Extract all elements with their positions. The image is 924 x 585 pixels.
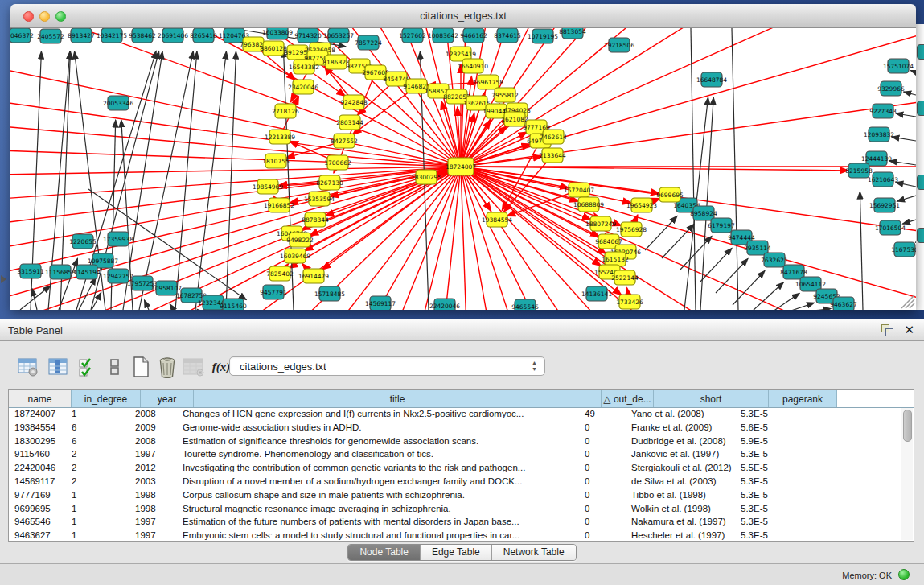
graph-node[interactable]: 8427552 [331, 134, 358, 148]
graph-node[interactable]: 1733426 [616, 295, 643, 309]
table-row[interactable]: 1872400712008Changes of HCN gene express… [9, 408, 914, 422]
column-header-year[interactable]: year [141, 390, 194, 407]
row-height-icon[interactable] [103, 355, 127, 379]
graph-node[interactable]: 8913427 [68, 28, 95, 43]
graph-node[interactable]: 15751074 [883, 59, 914, 73]
table-settings-icon[interactable] [16, 355, 40, 379]
graph-node[interactable]: 17016504 [875, 220, 906, 235]
column-header-in_degree[interactable]: in_degree [72, 390, 141, 407]
new-table-icon[interactable] [129, 355, 153, 379]
tab-node-table[interactable]: Node Table [348, 545, 421, 560]
table-header-row[interactable]: namein_degreeyeartitle△ out_de...shortpa… [9, 390, 914, 408]
column-visibility-icon[interactable] [47, 355, 71, 379]
graph-node[interactable]: 7825402 [266, 266, 294, 281]
table-row[interactable]: 946362711997Embryonic stem cells: a mode… [9, 529, 914, 542]
graph-node[interactable]: 8267130 [316, 175, 343, 190]
table-row[interactable]: 1830029562008Estimation of significance … [9, 435, 914, 449]
graph-node[interactable]: 9463627 [830, 297, 857, 310]
column-header-name[interactable]: name [9, 390, 72, 407]
graph-node[interactable]: 9329966 [877, 81, 905, 96]
scrollbar-thumb[interactable] [903, 410, 912, 442]
tab-edge-table[interactable]: Edge Table [421, 545, 492, 560]
graph-node[interactable]: 15718485 [314, 286, 345, 301]
graph-node[interactable]: 19384554 [482, 212, 512, 227]
graph-node[interactable]: 10083642 [428, 28, 458, 43]
graph-node[interactable]: 1167530 [891, 242, 916, 257]
table-vertical-scrollbar[interactable] [901, 408, 913, 540]
table-row[interactable]: 1938455462009Genome-wide association stu… [9, 422, 914, 435]
graph-node[interactable]: 14136141 [581, 286, 612, 301]
table-row[interactable]: 1456911722003Disruption of a novel membe… [9, 476, 914, 489]
memory-status-indicator-icon[interactable] [898, 569, 910, 580]
column-header-out_de[interactable]: △ out_de... [602, 390, 654, 407]
graph-node[interactable]: 2718126 [272, 104, 299, 118]
graph-node[interactable]: 9457791 [260, 285, 287, 299]
graph-node[interactable]: 19854969 [253, 179, 283, 194]
graph-node[interactable]: 10688809 [573, 197, 604, 212]
graph-node[interactable]: 1810755 [262, 154, 290, 168]
table-row[interactable]: 911546021997Tourette syndrome. Phenomeno… [9, 448, 914, 462]
table-row[interactable]: 946554611997Estimation of the future num… [9, 516, 914, 529]
column-header-short[interactable]: short [654, 390, 769, 407]
graph-node[interactable]: 6179197 [708, 218, 735, 233]
graph-node[interactable]: 19218506 [604, 38, 634, 52]
graph-node[interactable]: 16640910 [458, 59, 488, 73]
graph-node[interactable]: 15692951 [869, 198, 900, 212]
graph-node[interactable]: 9465546 [511, 299, 539, 310]
graph-node[interactable]: 9227343 [869, 104, 897, 118]
graph-node[interactable]: 16039469 [280, 249, 310, 263]
graph-node[interactable]: 20691406 [158, 28, 188, 43]
graph-node[interactable]: 23420046 [288, 80, 318, 94]
graph-node[interactable]: 9498222 [286, 233, 314, 247]
network-window-titlebar[interactable]: citations_edges.txt [10, 4, 916, 28]
table-row[interactable]: 2242004622012Investigating the contribut… [9, 462, 914, 476]
graph-node[interactable]: 9714320 [294, 28, 322, 43]
graph-node[interactable]: 8878344 [302, 212, 329, 227]
column-header-title[interactable]: title [194, 390, 602, 407]
table-row[interactable]: 969969511998Structural magnetic resonanc… [9, 503, 914, 517]
graph-node[interactable]: 16210643 [868, 172, 898, 187]
graph-node[interactable]: 1615132 [602, 252, 629, 266]
graph-node[interactable]: 22420046 [429, 299, 460, 310]
graph-node[interactable]: 1220655 [69, 234, 97, 249]
graph-node[interactable]: 1527602 [399, 28, 426, 43]
graph-node[interactable]: 16648784 [696, 72, 727, 87]
graph-node[interactable]: 20053346 [103, 96, 133, 110]
graph-node[interactable]: 10719195 [528, 29, 558, 43]
graph-node[interactable]: 16914479 [298, 269, 329, 283]
graph-node[interactable]: 8860128 [260, 41, 287, 56]
graph-node[interactable]: 8215958 [845, 163, 873, 178]
graph-node[interactable]: 7632621 [761, 253, 788, 267]
graph-node[interactable]: 2405572 [37, 29, 64, 43]
network-selector-dropdown[interactable]: citations_edges.txt ▲▼ [229, 356, 545, 376]
graph-node[interactable]: 9466162 [460, 28, 487, 43]
graph-node[interactable]: 7462614 [540, 130, 567, 144]
delete-table-icon[interactable] [155, 355, 179, 379]
graph-node[interactable]: 19756928 [616, 222, 647, 237]
close-panel-icon[interactable]: ✕ [904, 323, 914, 337]
network-canvas[interactable]: 9046372240557289134271034217595384622069… [10, 28, 916, 310]
graph-node[interactable]: 3315911 [17, 264, 44, 278]
graph-node[interactable]: 2133644 [539, 148, 566, 163]
panel-collapse-arrow-icon[interactable] [1, 275, 6, 283]
graph-node[interactable]: 9046372 [10, 28, 34, 43]
graph-node[interactable]: 1145194 [73, 265, 101, 279]
graph-node[interactable]: 9538462 [129, 28, 156, 43]
graph-node[interactable]: 18724007 [446, 158, 476, 175]
graph-node[interactable]: 7857224 [355, 35, 382, 50]
column-header-pagerank[interactable]: pagerank [769, 390, 837, 407]
window-resize-grip[interactable] [901, 295, 914, 308]
graph-node[interactable]: 9242848 [340, 95, 368, 109]
select-rows-icon[interactable] [76, 355, 100, 379]
graph-node[interactable]: 8374615 [494, 28, 521, 43]
tab-network-table[interactable]: Network Table [492, 545, 576, 560]
graph-node[interactable]: 12093832 [864, 127, 894, 142]
graph-node[interactable]: 2522144 [611, 270, 639, 285]
graph-node[interactable]: 1700662 [324, 155, 351, 170]
graph-node[interactable]: 9699695 [656, 187, 684, 202]
node-table[interactable]: namein_degreeyeartitle△ out_de...shortpa… [8, 389, 914, 542]
network-graph[interactable]: 9046372240557289134271034217595384622069… [10, 28, 916, 310]
graph-node[interactable]: 9115460 [220, 299, 247, 310]
float-panel-icon[interactable] [881, 324, 893, 336]
table-row[interactable]: 977716911998Corpus callosum shape and si… [9, 489, 914, 503]
